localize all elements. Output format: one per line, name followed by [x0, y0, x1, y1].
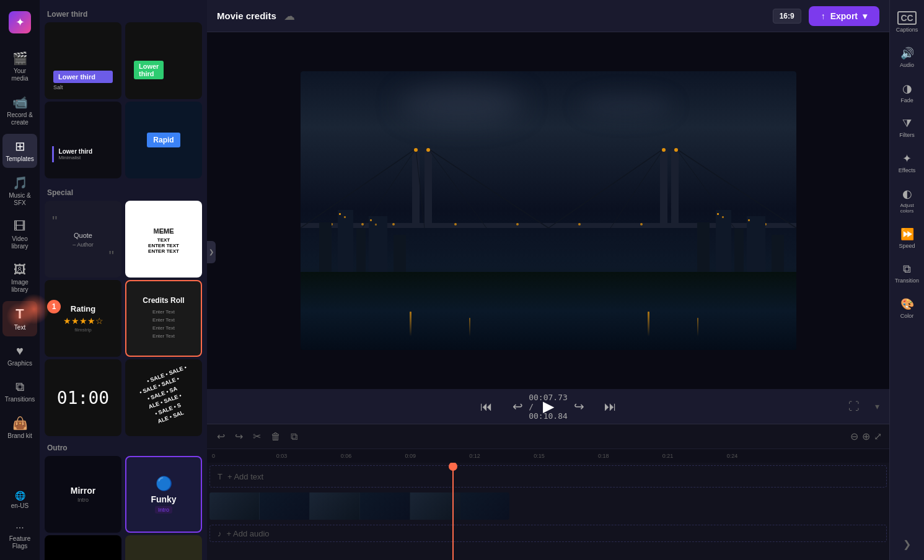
rapid-bar: Rapid [147, 133, 180, 147]
svg-rect-38 [344, 216, 346, 218]
svg-rect-36 [772, 235, 784, 272]
sidebar-item-your-media[interactable]: 🎬 Your media [2, 46, 37, 87]
lt-sub-text: Salt [53, 84, 63, 90]
add-text-button[interactable]: T + Add text [209, 465, 887, 488]
section-lower-third-label: Lower third [45, 5, 202, 22]
sidebar-item-feature-flags[interactable]: ··· Feature Flags [2, 517, 37, 555]
zoom-in-button[interactable]: ⊕ [862, 431, 870, 442]
captions-tool[interactable]: CC Captions [892, 5, 923, 39]
timeline-tracks: T + Add text [207, 463, 889, 560]
section-outro-label: Outro [45, 439, 202, 456]
template-card-credits-roll[interactable]: Credits Roll Enter Text Enter Text Enter… [125, 280, 202, 357]
fade-tool[interactable]: ◑ Fade [892, 76, 923, 110]
lower-third-grid-2: Lower third Minimalist Rapid [45, 102, 202, 178]
template-card-clean[interactable]: Clean Intro [45, 535, 121, 560]
video-preview-area [207, 32, 889, 389]
ruler-mark-7: 0:21 [662, 453, 674, 459]
template-card-sale[interactable]: • SALE • SALE •• SALE • SALE •• SALE • S… [125, 359, 202, 436]
sidebar-item-label: Feature Flags [5, 535, 35, 550]
language-icon: 🌐 [15, 491, 25, 501]
forward-button[interactable]: ↪ [571, 396, 587, 416]
svg-rect-29 [356, 229, 366, 272]
sidebar-item-templates[interactable]: ⊞ Templates [2, 134, 37, 168]
sidebar-item-music[interactable]: 🎵 Music & SFX [2, 170, 37, 212]
add-audio-label: + Add audio [227, 529, 270, 538]
template-card-lower-third-1[interactable]: Lower third Salt [45, 22, 121, 99]
effects-tool[interactable]: ✦ Effects [892, 146, 923, 180]
rewind-button[interactable]: ↩ [510, 396, 526, 416]
image-library-icon: 🖼 [14, 263, 26, 277]
sidebar-item-label: Transitions [5, 396, 35, 403]
special-grid-1: " Quote – Author " MEME Text Enter Text … [45, 201, 202, 278]
panel-collapse-button[interactable]: ❯ [207, 241, 216, 263]
sidebar-item-graphics[interactable]: ♥ Graphics [2, 339, 37, 372]
export-icon: ↑ [821, 11, 825, 21]
template-card-timer[interactable]: 01:00 [45, 359, 121, 436]
sidebar-item-label: Your media [5, 68, 35, 82]
mirror-sub: Intro [77, 497, 89, 503]
template-card-lower-third-2[interactable]: Lowerthird [125, 22, 202, 99]
template-card-rating[interactable]: Rating ★★★★☆ filmstrip [45, 280, 121, 357]
export-dropdown-icon: ▾ [863, 11, 867, 21]
template-card-quote[interactable]: " Quote – Author " [45, 201, 121, 278]
sidebar-item-image-library[interactable]: 🖼 Image library [2, 258, 37, 299]
playhead[interactable] [452, 463, 454, 560]
time-display: 00:07.73 / 00:10.84 [529, 393, 568, 421]
audio-track: ♪ + Add audio [207, 522, 889, 545]
svg-rect-42 [722, 216, 724, 218]
sidebar-item-video-library[interactable]: 🎞 Video library [2, 214, 37, 255]
redo-button[interactable]: ↪ [232, 428, 245, 445]
add-audio-button[interactable]: ♪ + Add audio [209, 525, 887, 542]
export-button[interactable]: ↑ Export ▾ [809, 6, 879, 26]
right-panel-collapse-button[interactable]: ❯ [898, 533, 916, 555]
adjust-colors-tool[interactable]: ◐ Adjust colors [892, 181, 923, 220]
template-card-mirror[interactable]: Mirror Intro [45, 456, 121, 533]
music-icon: 🎵 [12, 175, 28, 190]
duplicate-button[interactable]: ⧉ [288, 429, 300, 445]
ruler-mark-1: 0:03 [276, 453, 288, 459]
color-tool[interactable]: 🎨 Color [892, 291, 923, 325]
svg-rect-30 [369, 216, 387, 272]
zoom-out-button[interactable]: ⊖ [850, 431, 858, 442]
sidebar-item-text[interactable]: T Text [2, 301, 37, 336]
aspect-ratio-badge[interactable]: 16:9 [773, 9, 801, 24]
zoom-fit-button[interactable]: ⤢ [874, 431, 882, 442]
timeline-toolbar: ↩ ↪ ✂ 🗑 ⧉ ⊖ ⊕ ⤢ [207, 424, 889, 449]
adjust-colors-label: Adjust colors [894, 203, 920, 214]
speed-tool[interactable]: ⏩ Speed [892, 221, 923, 255]
sidebar-item-record[interactable]: 📹 Record & create [2, 90, 37, 131]
skip-to-start-button[interactable]: ⏮ [478, 397, 495, 416]
mirror-title: Mirror [71, 486, 95, 496]
template-card-plunging-intro[interactable]: Plunging Intro/Outro [125, 535, 202, 560]
scissors-button[interactable]: ✂ [250, 428, 263, 445]
quote-marks: " [52, 214, 58, 229]
svg-rect-41 [717, 213, 719, 215]
delete-button[interactable]: 🗑 [268, 429, 283, 445]
skip-to-end-button[interactable]: ⏭ [602, 397, 619, 416]
undo-button[interactable]: ↩ [214, 428, 227, 445]
text-track: T + Add text [207, 463, 889, 490]
special-grid-3: 01:00 • SALE • SALE •• SALE • SALE •• SA… [45, 359, 202, 436]
top-bar: Movie credits ☁ 16:9 ↑ Export ▾ [207, 0, 889, 32]
panel-scroll-area[interactable]: Lower third Lower third Salt Lowerthird [40, 0, 207, 560]
adjust-colors-icon: ◐ [902, 187, 912, 201]
cloud-sync-icon[interactable]: ☁ [284, 9, 295, 23]
sidebar-item-language[interactable]: 🌐 en-US [2, 486, 37, 515]
sidebar-item-label: Graphics [7, 360, 32, 367]
template-card-rapid[interactable]: Rapid [125, 102, 202, 178]
template-card-funky[interactable]: 🔵 Funky Intro [125, 456, 202, 533]
svg-rect-37 [339, 213, 341, 215]
audio-tool[interactable]: 🔊 Audio [892, 40, 923, 74]
sidebar-item-transitions[interactable]: ⧉ Transitions [2, 375, 37, 408]
fullscreen-button[interactable]: ⛶ [848, 400, 860, 413]
video-track-strip[interactable] [209, 492, 509, 520]
special-grid-2: Rating ★★★★☆ filmstrip Credits Roll Ente… [45, 280, 202, 357]
right-panel: CC Captions 🔊 Audio ◑ Fade ⧩ Filters ✦ E… [889, 0, 924, 560]
transition-tool[interactable]: ⧉ Transition [892, 256, 923, 290]
template-card-lower-third-3[interactable]: Lower third Minimalist [45, 102, 121, 178]
svg-rect-33 [716, 210, 731, 272]
effects-label: Effects [899, 167, 915, 173]
filters-tool[interactable]: ⧩ Filters [892, 111, 923, 144]
template-card-meme[interactable]: MEME Text Enter Text Enter Text [125, 201, 202, 278]
sidebar-item-brand-kit[interactable]: 👜 Brand kit [2, 411, 37, 445]
